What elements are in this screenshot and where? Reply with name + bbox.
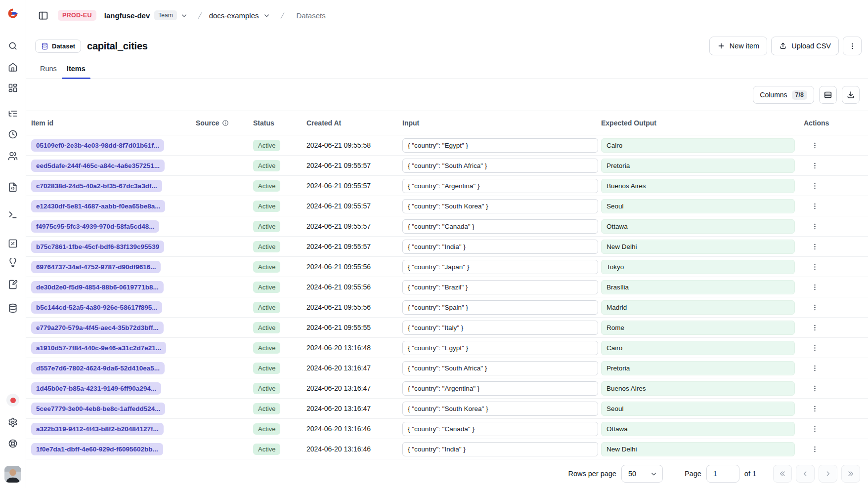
table-row[interactable]: b5c144cd-52a5-4a80-926e-58617f895... Act… [26, 297, 868, 318]
expected-output-value[interactable]: Pretoria [601, 361, 795, 375]
user-avatar[interactable] [4, 466, 21, 483]
sidebar-item-prompts[interactable] [5, 180, 20, 195]
item-id-link[interactable]: 5cee7779-3e00-4eb8-be8c-1affedd524... [31, 403, 165, 415]
table-row[interactable]: d557e7d6-7802-4624-9da6-52d410ea5... Act… [26, 358, 868, 378]
expected-output-value[interactable]: Buenos Aires [601, 179, 795, 193]
dataset-menu-button[interactable] [843, 37, 862, 55]
first-page-button[interactable] [773, 465, 792, 483]
table-row[interactable]: a322b319-9412-4f43-b8f2-b20484127f... Ac… [26, 419, 868, 439]
expected-output-value[interactable]: Rome [601, 321, 795, 335]
rows-per-page-select[interactable]: 50 [621, 465, 663, 483]
organization-name[interactable]: langfuse-dev [104, 11, 150, 20]
sidebar-item-evaluation[interactable] [5, 236, 20, 251]
sidebar-item-playground[interactable] [5, 207, 20, 222]
expected-output-value[interactable]: New Delhi [601, 442, 795, 456]
item-id-link[interactable]: 05109ef0-2e3b-4e03-98dd-8f7d01b61f... [31, 139, 164, 152]
org-switcher-button[interactable] [180, 12, 188, 19]
column-header-created-at[interactable]: Created At [306, 119, 402, 127]
sidebar-item-home[interactable] [5, 60, 20, 75]
expected-output-value[interactable]: New Delhi [601, 240, 795, 254]
sidebar-item-sessions[interactable] [5, 127, 20, 142]
table-row[interactable]: 5cee7779-3e00-4eb8-be8c-1affedd524... Ac… [26, 399, 868, 419]
next-page-button[interactable] [819, 465, 837, 483]
sidebar-item-dashboard[interactable] [5, 81, 20, 95]
project-switcher-button[interactable]: docs-examples [209, 11, 270, 20]
column-header-item-id[interactable]: Item id [31, 119, 196, 127]
input-value[interactable]: { "country": "India" } [402, 442, 598, 456]
row-height-button[interactable] [819, 86, 837, 104]
table-row[interactable]: a1910d57-7f84-440c-9e46-a31c2d7e21... Ac… [26, 338, 868, 358]
table-row[interactable]: 1f0e7da1-dbff-4e60-929d-f6095602bb... Ac… [26, 439, 868, 459]
table-row[interactable]: e12430df-5e81-4687-aabb-f0ea65be8a... Ac… [26, 196, 868, 216]
table-row[interactable]: c702838d-24d5-40a2-bf35-67dc3a3df... Act… [26, 176, 868, 196]
expected-output-value[interactable]: Brasília [601, 280, 795, 294]
table-row[interactable]: 05109ef0-2e3b-4e03-98dd-8f7d01b61f... Ac… [26, 135, 868, 156]
export-button[interactable] [842, 86, 860, 104]
row-actions-button[interactable] [808, 422, 822, 436]
table-row[interactable]: 69764737-34af-4752-9787-d90df9616... Act… [26, 257, 868, 277]
row-actions-button[interactable] [808, 442, 822, 456]
item-id-link[interactable]: b5c144cd-52a5-4a80-926e-58617f895... [31, 301, 162, 314]
expected-output-value[interactable]: Seoul [601, 402, 795, 416]
row-actions-button[interactable] [808, 138, 822, 152]
column-header-source[interactable]: Source [196, 119, 253, 127]
expected-output-value[interactable]: Cairo [601, 341, 795, 355]
last-page-button[interactable] [841, 465, 860, 483]
expected-output-value[interactable]: Buenos Aires [601, 381, 795, 396]
row-actions-button[interactable] [808, 219, 822, 233]
column-header-status[interactable]: Status [253, 119, 306, 127]
row-actions-button[interactable] [808, 381, 822, 395]
row-actions-button[interactable] [808, 300, 822, 314]
sidebar-item-support[interactable] [5, 436, 20, 451]
sidebar-item-users[interactable] [5, 149, 20, 163]
item-id-link[interactable]: de30d2e0-f5d9-4854-88b6-0619771b8... [31, 281, 164, 293]
sidebar-item-suggestions[interactable] [5, 255, 20, 270]
sidebar-item-settings[interactable] [5, 415, 20, 430]
sidebar-item-tracing[interactable] [5, 106, 20, 121]
input-value[interactable]: { "country": "Spain" } [402, 300, 598, 315]
row-actions-button[interactable] [808, 341, 822, 355]
row-actions-button[interactable] [808, 179, 822, 193]
expected-output-value[interactable]: Pretoria [601, 159, 795, 173]
expected-output-value[interactable]: Madrid [601, 300, 795, 315]
table-row[interactable]: eed5dafe-244f-465c-a84c-4a6e357251... Ac… [26, 156, 868, 176]
row-actions-button[interactable] [808, 159, 822, 172]
row-actions-button[interactable] [808, 199, 822, 213]
item-id-link[interactable]: 1d45b0e7-b85a-4231-9149-6ff90a294... [31, 382, 161, 395]
item-id-link[interactable]: f4975c95-5fc3-4939-970d-58fa5cd48... [31, 220, 159, 233]
expected-output-value[interactable]: Tokyo [601, 260, 795, 274]
input-value[interactable]: { "country": "Argentina" } [402, 179, 598, 193]
recording-indicator[interactable] [5, 393, 20, 407]
columns-button[interactable]: Columns 7/8 [753, 86, 814, 104]
sidebar-item-search[interactable] [5, 39, 20, 53]
input-value[interactable]: { "country": "Canada" } [402, 422, 598, 436]
expected-output-value[interactable]: Seoul [601, 199, 795, 213]
table-row[interactable]: 1d45b0e7-b85a-4231-9149-6ff90a294... Act… [26, 378, 868, 399]
input-value[interactable]: { "country": "Brazil" } [402, 280, 598, 294]
row-actions-button[interactable] [808, 260, 822, 274]
table-row[interactable]: b75c7861-1fbe-45cf-bdf6-83f139c95539 Act… [26, 237, 868, 257]
upload-csv-button[interactable]: Upload CSV [771, 37, 839, 55]
item-id-link[interactable]: a1910d57-7f84-440c-9e46-a31c2d7e21... [31, 342, 166, 354]
item-id-link[interactable]: eed5dafe-244f-465c-a84c-4a6e357251... [31, 160, 165, 172]
item-id-link[interactable]: e12430df-5e81-4687-aabb-f0ea65be8a... [31, 200, 165, 212]
item-id-link[interactable]: 69764737-34af-4752-9787-d90df9616... [31, 261, 161, 273]
input-value[interactable]: { "country": "Italy" } [402, 321, 598, 335]
row-actions-button[interactable] [808, 240, 822, 253]
row-actions-button[interactable] [808, 321, 822, 334]
expected-output-value[interactable]: Cairo [601, 138, 795, 153]
input-value[interactable]: { "country": "South Africa" } [402, 159, 598, 173]
input-value[interactable]: { "country": "Japan" } [402, 260, 598, 274]
input-value[interactable]: { "country": "South Korea" } [402, 402, 598, 416]
item-id-link[interactable]: e779a270-579a-4f45-aec4-35b72d3bff... [31, 322, 164, 334]
input-value[interactable]: { "country": "Argentina" } [402, 381, 598, 396]
input-value[interactable]: { "country": "Egypt" } [402, 341, 598, 355]
sidebar-item-annotation[interactable] [5, 277, 20, 292]
tab-items[interactable]: Items [62, 58, 90, 79]
input-value[interactable]: { "country": "South Africa" } [402, 361, 598, 375]
breadcrumb-section[interactable]: Datasets [297, 11, 326, 20]
prev-page-button[interactable] [796, 465, 815, 483]
new-item-button[interactable]: New item [709, 37, 767, 55]
input-value[interactable]: { "country": "South Korea" } [402, 199, 598, 213]
column-header-expected-output[interactable]: Expected Output [601, 119, 804, 127]
